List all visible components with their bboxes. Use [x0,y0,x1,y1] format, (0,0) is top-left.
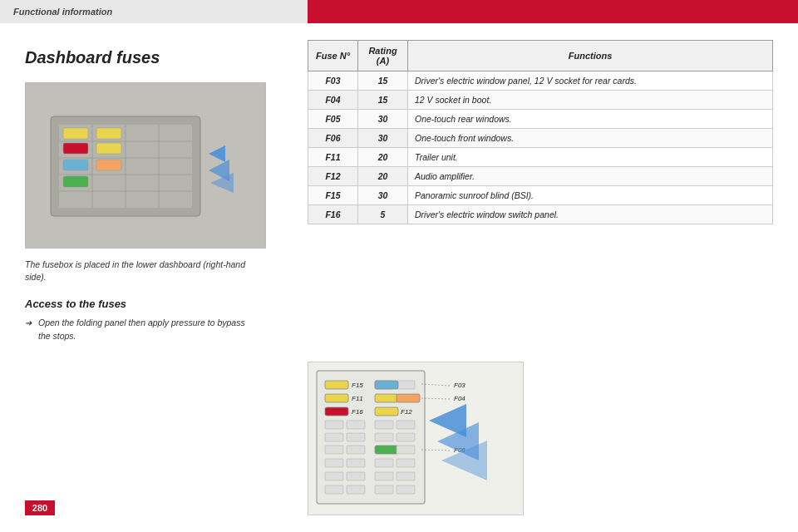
fuse-function-cell: One-touch front windows. [408,129,773,148]
svg-text:F12: F12 [401,408,412,416]
svg-rect-61 [375,485,393,494]
table-row: F0530One-touch rear windows. [308,110,773,129]
fuse-number-cell: F03 [308,71,358,91]
fuse-function-cell: 12 V socket in boot. [408,91,773,110]
svg-rect-38 [325,421,343,429]
svg-rect-13 [96,143,121,154]
fuse-number-cell: F04 [308,91,358,110]
svg-rect-49 [347,446,365,454]
svg-rect-15 [96,160,121,170]
fuse-number-cell: F16 [308,205,358,224]
svg-rect-50 [397,446,415,454]
svg-rect-14 [63,160,88,170]
fuse-function-cell: One-touch rear windows. [408,110,773,129]
fuse-diagram-inner: F15 F11 F05 F03 F04 F16 F12 [308,362,523,515]
svg-text:F04: F04 [454,395,466,402]
svg-rect-26 [325,394,348,402]
svg-rect-11 [96,128,121,139]
section-title: Dashboard fuses [25,48,291,67]
table-row: F1220Audio amplifier. [308,167,773,186]
svg-rect-57 [375,472,393,480]
fuse-number-cell: F11 [308,148,358,167]
header-bar: Functional information [0,0,798,23]
header-left: Functional information [0,0,308,23]
svg-rect-58 [397,472,415,480]
left-column: Dashboard fuses [25,23,291,343]
fuse-rating-cell: 30 [358,129,408,148]
header-title: Functional information [13,7,112,17]
table-row: F0315Driver's electric window panel, 12 … [308,71,773,91]
svg-rect-43 [347,433,365,441]
svg-rect-46 [375,446,398,454]
access-instruction: Open the folding panel then apply pressu… [25,317,258,343]
fuse-table: Fuse N° Rating (A) Functions F0315Driver… [308,40,773,224]
svg-rect-56 [347,472,365,480]
fuse-number-cell: F05 [308,110,358,129]
svg-rect-16 [63,176,88,187]
fuse-photo-caption: The fusebox is placed in the lower dashb… [25,259,258,283]
svg-rect-48 [325,446,343,454]
table-header-row: Fuse N° Rating (A) Functions [308,41,773,71]
header-accent [308,0,798,23]
table-row: F165Driver's electric window switch pane… [308,205,773,224]
svg-rect-42 [325,433,343,441]
svg-rect-54 [397,459,415,467]
svg-rect-30 [375,381,398,389]
fuse-function-cell: Audio amplifier. [408,167,773,186]
fuse-number-cell: F12 [308,167,358,186]
col-header-functions: Functions [408,41,773,71]
svg-rect-39 [347,421,365,429]
fuse-number-cell: F15 [308,186,358,205]
svg-rect-52 [347,459,365,467]
fuse-diagram: F15 F11 F05 F03 F04 F16 F12 [308,362,524,515]
svg-text:F11: F11 [352,395,363,402]
access-title: Access to the fuses [25,298,291,310]
svg-rect-45 [397,433,415,441]
svg-rect-32 [397,394,420,402]
fuse-rating-cell: 30 [358,186,408,205]
svg-rect-44 [375,433,393,441]
svg-rect-34 [325,407,348,416]
svg-rect-53 [375,459,393,467]
table-row: F041512 V socket in boot. [308,91,773,110]
svg-rect-22 [325,381,348,389]
svg-rect-36 [375,407,398,416]
svg-text:F15: F15 [352,382,363,389]
page-number: 280 [25,500,55,515]
svg-rect-62 [397,485,415,494]
svg-text:F16: F16 [352,408,363,416]
table-row: F1120Trailer unit. [308,148,773,167]
fuse-rating-cell: 20 [358,148,408,167]
fuse-photo-svg [26,83,266,249]
svg-rect-10 [63,128,88,139]
fuse-rating-cell: 15 [358,91,408,110]
fuse-function-cell: Trailer unit. [408,148,773,167]
fuse-photo [25,82,266,249]
svg-rect-60 [347,485,365,494]
svg-rect-59 [325,485,343,494]
svg-text:F03: F03 [454,382,466,389]
fuse-rating-cell: 20 [358,167,408,186]
right-column: Fuse N° Rating (A) Functions F0315Driver… [308,40,773,224]
fuse-diagram-svg: F15 F11 F05 F03 F04 F16 F12 [308,362,524,515]
fuse-function-cell: Driver's electric window switch panel. [408,205,773,224]
fuse-number-cell: F06 [308,129,358,148]
fuse-function-cell: Panoramic sunroof blind (BSI). [408,186,773,205]
fuse-rating-cell: 15 [358,71,408,91]
fuse-rating-cell: 30 [358,110,408,129]
svg-rect-41 [397,421,415,429]
fuse-rating-cell: 5 [358,205,408,224]
table-row: F1530Panoramic sunroof blind (BSI). [308,186,773,205]
fuse-photo-inner [26,83,265,248]
svg-rect-40 [375,421,393,429]
svg-rect-51 [325,459,343,467]
table-row: F0630One-touch front windows. [308,129,773,148]
svg-rect-12 [63,143,88,154]
svg-rect-28 [375,394,398,402]
col-header-rating: Rating (A) [358,41,408,71]
fuse-function-cell: Driver's electric window panel, 12 V soc… [408,71,773,91]
svg-rect-25 [397,381,415,389]
svg-rect-55 [325,472,343,480]
col-header-fuse: Fuse N° [308,41,358,71]
